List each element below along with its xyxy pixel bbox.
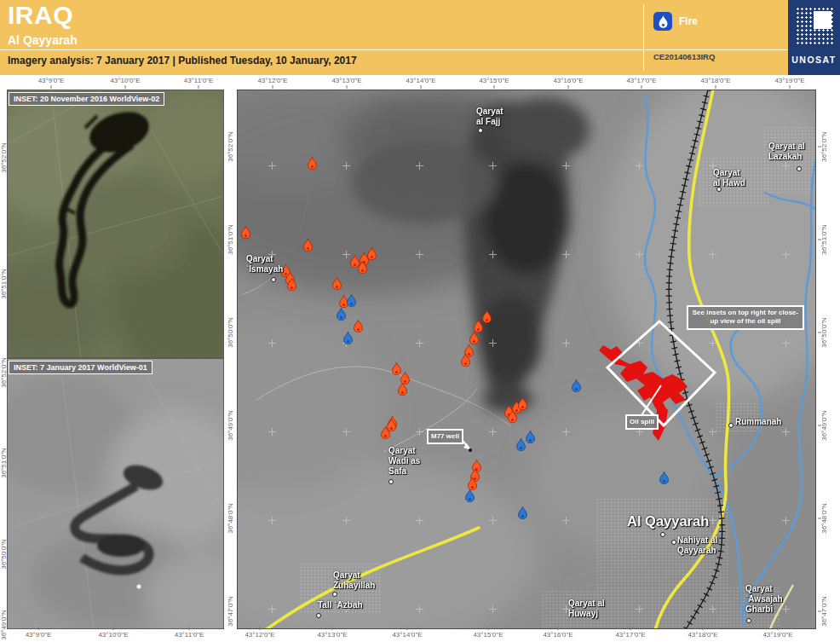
- place-marker-qaryat-zuhayillah: [332, 592, 337, 597]
- page-subtitle: Al Qayyarah: [8, 33, 78, 47]
- graticule-cross: [709, 251, 716, 258]
- fire-icon: [653, 12, 672, 31]
- axis-tick-right: [818, 425, 821, 426]
- fire-icon: [287, 278, 296, 291]
- axis-label-bottom: 43°14'0"E: [392, 631, 422, 639]
- axis-label-top: 43°11'0"E: [184, 77, 214, 84]
- fire-icon: [474, 320, 483, 333]
- blue-flame-icon: [526, 431, 535, 443]
- graticule-cross: [782, 162, 790, 170]
- blue-flame-icon: [465, 489, 475, 502]
- axis-tick-top: [568, 85, 569, 89]
- axis-label-top: 43°14'0"E: [406, 77, 435, 84]
- m77-well-marker: [469, 448, 472, 452]
- legend-divider: [643, 4, 644, 71]
- graticule-cross: [782, 517, 790, 524]
- blue-flame-icon: [518, 506, 527, 519]
- fire-icon: [482, 310, 492, 323]
- axis-label-mid: 36°48'0"N: [227, 503, 234, 534]
- axis-label-mid: 36°51'0"N: [227, 224, 234, 255]
- place-marker-qaryat-wadi-as-safa: [388, 479, 394, 484]
- analysis-date-line: Imagery analysis: 7 January 2017 | Publi…: [8, 55, 357, 67]
- bright-spot: [137, 585, 141, 589]
- axis-tick-right: [818, 147, 821, 147]
- inset-jan-2017: INSET: 7 January 2017 WorldView-01: [7, 358, 224, 629]
- graticule-cross: [268, 162, 276, 170]
- fire-icon: [308, 157, 317, 170]
- graticule-cross: [268, 605, 276, 613]
- fire-icon: [508, 410, 517, 423]
- blue-flame-icon: [659, 471, 669, 484]
- graticule-cross: [782, 605, 790, 613]
- graticule-cross: [268, 339, 276, 347]
- graticule-cross: [782, 251, 790, 258]
- graticule-cross: [489, 605, 497, 613]
- axis-label-left: 36°51'0"N: [0, 269, 8, 299]
- axis-tick-right: [818, 240, 821, 240]
- blue-flame-icon: [347, 294, 356, 307]
- axis-label-bottom: 43°12'0"E: [245, 631, 274, 639]
- place-marker-tall-azbah: [316, 613, 321, 618]
- axis-label-bottom: 43°18'0"E: [688, 631, 717, 639]
- graticule-cross: [416, 339, 423, 347]
- axis-label-left: 36°51'0"N: [0, 448, 8, 478]
- fire-icon: [354, 320, 363, 333]
- axis-tick-bottom: [260, 627, 261, 630]
- place-label-qaryat-al-fajj: Qaryatal Fajj: [476, 107, 503, 127]
- inset1-label: INSET: 20 November 2016 WorldView-02: [9, 92, 164, 106]
- axis-tick-top: [273, 85, 273, 89]
- fire-icon: [518, 397, 527, 410]
- fire-icon: [469, 332, 479, 344]
- graticule-cross: [709, 428, 716, 436]
- axis-label-top: 43°18'0"E: [700, 77, 730, 84]
- place-label-qaryat-awsajah-gharbi: Qaryat`AwsajahGharbi: [745, 584, 783, 614]
- place-label-rummanah: Rummanah: [735, 417, 781, 427]
- place-label-al-qayyarah: Al Qayyarah: [627, 513, 709, 529]
- page-title: IRAQ: [8, 1, 73, 30]
- graticule-cross: [489, 517, 497, 524]
- axis-label-mid: 36°52'0"N: [227, 131, 234, 162]
- fire-icon: [241, 226, 250, 239]
- place-marker-qaryat-al-lazakah: [797, 166, 802, 171]
- axis-tick-bottom: [778, 627, 779, 630]
- blue-flame-icon: [516, 438, 526, 451]
- axis-label-bottom: 43°10'0"E: [98, 631, 128, 639]
- place-label-qaryat-al-huwayj: Qaryat alHuwayj: [568, 599, 605, 619]
- place-label-qaryat-zuhayillah: QaryatZuhayillah: [333, 570, 375, 591]
- axis-label-top: 43°13'0"E: [331, 77, 361, 84]
- axis-label-top: 43°15'0"E: [479, 77, 509, 84]
- axis-tick-bottom: [488, 627, 489, 630]
- fire-icon: [332, 277, 342, 290]
- place-label-qaryat-al-hawd: Qaryatal Hawd: [713, 168, 745, 188]
- axis-label-top: 43°12'0"E: [257, 77, 287, 84]
- graticule-cross: [342, 162, 350, 170]
- axis-tick-bottom: [558, 627, 559, 630]
- place-marker-qaryat-ismayah: [271, 277, 276, 282]
- legend-fire-label: Fire: [679, 15, 698, 27]
- main-map: See insets on top right for close-up vie…: [237, 90, 816, 629]
- graticule-cross: [489, 339, 497, 347]
- axis-label-bottom: 43°16'0"E: [543, 631, 572, 639]
- fire-icon: [468, 477, 477, 490]
- graticule-cross: [709, 339, 716, 347]
- unosat-logo-text: UNOSAT: [788, 55, 840, 65]
- axis-tick-top: [51, 85, 52, 89]
- unosat-logo: UNOSAT: [788, 0, 840, 75]
- graticule-cross: [416, 428, 423, 436]
- axis-label-top: 43°19'0"E: [774, 77, 804, 84]
- axis-tick-bottom: [189, 627, 190, 630]
- blue-flame-icon: [337, 308, 346, 321]
- oil-spill-label: Oil spill: [625, 414, 659, 430]
- graticule-cross: [782, 428, 790, 436]
- inset1-image: [7, 90, 224, 358]
- place-label-qaryat-wadi-as-safa: QaryatWadi asSafa: [388, 446, 420, 476]
- axis-tick-top: [642, 85, 642, 89]
- axis-tick-top: [125, 85, 126, 89]
- place-label-tall-azbah: Tall `Azbah: [318, 600, 363, 610]
- place-marker-rummanah: [728, 423, 734, 428]
- axis-tick-top: [716, 85, 716, 89]
- graticule-cross: [416, 517, 423, 524]
- graticule-cross: [562, 517, 570, 524]
- page: IRAQ Al Qayyarah Imagery analysis: 7 Jan…: [0, 0, 840, 642]
- axis-label-bottom: 43°15'0"E: [473, 631, 503, 639]
